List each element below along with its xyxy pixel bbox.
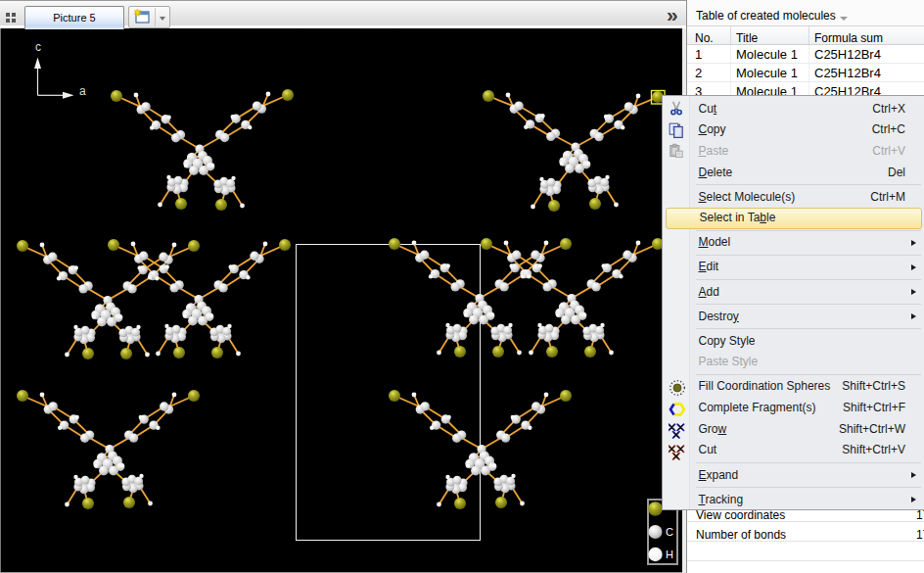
- svg-text:a: a: [79, 84, 86, 98]
- svg-text:C: C: [666, 526, 673, 538]
- svg-text:c: c: [35, 40, 41, 54]
- svg-text:H: H: [666, 549, 673, 560]
